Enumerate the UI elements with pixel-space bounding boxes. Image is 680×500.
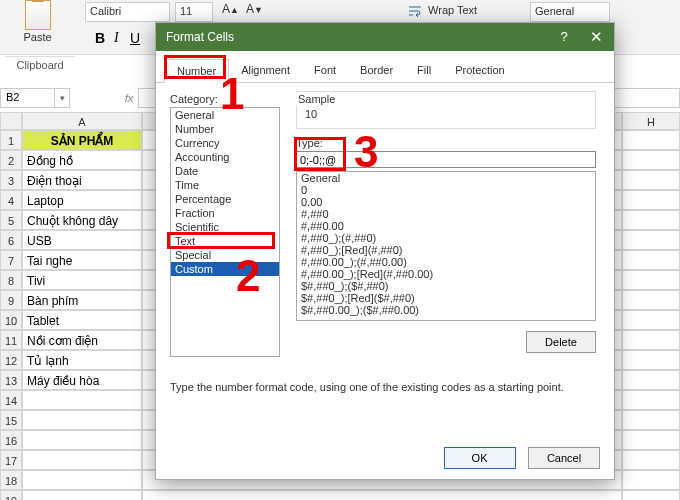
- cell[interactable]: [622, 170, 680, 190]
- category-item[interactable]: Scientific: [171, 220, 279, 234]
- category-item[interactable]: Percentage: [171, 192, 279, 206]
- row-header[interactable]: 19: [0, 490, 22, 500]
- cell[interactable]: [622, 430, 680, 450]
- category-item[interactable]: Special: [171, 248, 279, 262]
- cell[interactable]: USB: [22, 230, 142, 250]
- format-code-item[interactable]: #,##0.00: [297, 220, 595, 232]
- tab-number[interactable]: Number: [164, 59, 229, 83]
- delete-button[interactable]: Delete: [526, 331, 596, 353]
- decrease-font-icon[interactable]: A▼: [246, 2, 263, 16]
- cell[interactable]: [622, 290, 680, 310]
- format-code-item[interactable]: General: [297, 172, 595, 184]
- tab-border[interactable]: Border: [348, 59, 405, 82]
- format-code-item[interactable]: 0.00: [297, 196, 595, 208]
- cell[interactable]: [622, 470, 680, 490]
- col-header-h[interactable]: H: [622, 112, 680, 130]
- row-header[interactable]: 18: [0, 470, 22, 490]
- col-header-a[interactable]: A: [22, 112, 142, 130]
- format-code-item[interactable]: #,##0_);[Red](#,##0): [297, 244, 595, 256]
- help-icon[interactable]: ?: [550, 23, 578, 51]
- category-item[interactable]: Text: [171, 234, 279, 248]
- format-code-list[interactable]: General00.00#,##0#,##0.00#,##0_);(#,##0)…: [296, 171, 596, 321]
- category-item[interactable]: Currency: [171, 136, 279, 150]
- italic-button[interactable]: I: [114, 30, 119, 46]
- name-box-dropdown[interactable]: ▾: [55, 88, 70, 108]
- format-code-item[interactable]: #,##0: [297, 208, 595, 220]
- category-item[interactable]: General: [171, 108, 279, 122]
- select-all-corner[interactable]: [0, 112, 22, 130]
- cell[interactable]: [22, 390, 142, 410]
- dialog-titlebar[interactable]: Format Cells ? ✕: [156, 23, 614, 51]
- row-header[interactable]: 10: [0, 310, 22, 330]
- fx-icon[interactable]: fx: [120, 88, 138, 108]
- cell[interactable]: [622, 190, 680, 210]
- row-header[interactable]: 12: [0, 350, 22, 370]
- name-box[interactable]: B2: [0, 88, 55, 108]
- cell[interactable]: Điện thoại: [22, 170, 142, 190]
- category-item[interactable]: Accounting: [171, 150, 279, 164]
- cell[interactable]: [622, 150, 680, 170]
- row-header[interactable]: 14: [0, 390, 22, 410]
- cell[interactable]: SẢN PHẨM: [22, 130, 142, 150]
- row-header[interactable]: 4: [0, 190, 22, 210]
- format-code-item[interactable]: $#,##0_);($#,##0): [297, 280, 595, 292]
- tab-protection[interactable]: Protection: [443, 59, 517, 82]
- cell[interactable]: [22, 430, 142, 450]
- row-header[interactable]: 15: [0, 410, 22, 430]
- row-header[interactable]: 8: [0, 270, 22, 290]
- cell[interactable]: [622, 210, 680, 230]
- cell[interactable]: Nồi cơm điện: [22, 330, 142, 350]
- format-code-item[interactable]: #,##0.00_);[Red](#,##0.00): [297, 268, 595, 280]
- category-item[interactable]: Date: [171, 164, 279, 178]
- row-header[interactable]: 7: [0, 250, 22, 270]
- cell[interactable]: Tablet: [22, 310, 142, 330]
- cell[interactable]: [622, 370, 680, 390]
- cell[interactable]: Máy điều hòa: [22, 370, 142, 390]
- cell[interactable]: [22, 470, 142, 490]
- format-code-item[interactable]: #,##0.00_);(#,##0.00): [297, 256, 595, 268]
- row-header[interactable]: 2: [0, 150, 22, 170]
- cell[interactable]: Bàn phím: [22, 290, 142, 310]
- cell[interactable]: [142, 490, 622, 500]
- cell[interactable]: [622, 490, 680, 500]
- category-item[interactable]: Custom: [171, 262, 279, 276]
- cell[interactable]: [622, 310, 680, 330]
- format-code-item[interactable]: #,##0_);(#,##0): [297, 232, 595, 244]
- row-header[interactable]: 11: [0, 330, 22, 350]
- row-header[interactable]: 9: [0, 290, 22, 310]
- cell[interactable]: Tai nghe: [22, 250, 142, 270]
- cell[interactable]: [622, 450, 680, 470]
- cell[interactable]: [622, 130, 680, 150]
- cell[interactable]: [22, 490, 142, 500]
- cell[interactable]: [622, 330, 680, 350]
- format-code-item[interactable]: 0: [297, 184, 595, 196]
- bold-button[interactable]: B: [95, 30, 105, 46]
- wrap-text-button[interactable]: Wrap Text: [408, 4, 477, 17]
- category-list[interactable]: GeneralNumberCurrencyAccountingDateTimeP…: [170, 107, 280, 357]
- category-item[interactable]: Number: [171, 122, 279, 136]
- increase-font-icon[interactable]: A▲: [222, 2, 239, 16]
- underline-button[interactable]: U: [130, 30, 140, 46]
- format-code-item[interactable]: $#,##0.00_);($#,##0.00): [297, 304, 595, 316]
- row-header[interactable]: 6: [0, 230, 22, 250]
- cell[interactable]: Chuột không dây: [22, 210, 142, 230]
- cancel-button[interactable]: Cancel: [528, 447, 600, 469]
- tab-font[interactable]: Font: [302, 59, 348, 82]
- cell[interactable]: [22, 410, 142, 430]
- font-size-select[interactable]: 11: [175, 2, 213, 22]
- cell[interactable]: [622, 270, 680, 290]
- cell[interactable]: Tivi: [22, 270, 142, 290]
- tab-fill[interactable]: Fill: [405, 59, 443, 82]
- row-header[interactable]: 16: [0, 430, 22, 450]
- cell[interactable]: [622, 410, 680, 430]
- cell[interactable]: Tủ lạnh: [22, 350, 142, 370]
- cell[interactable]: [622, 230, 680, 250]
- cell[interactable]: Laptop: [22, 190, 142, 210]
- type-input[interactable]: [296, 151, 596, 168]
- cell[interactable]: [622, 350, 680, 370]
- font-name-select[interactable]: Calibri: [85, 2, 170, 22]
- close-icon[interactable]: ✕: [582, 23, 610, 51]
- category-item[interactable]: Time: [171, 178, 279, 192]
- format-code-item[interactable]: $#,##0_);[Red]($#,##0): [297, 292, 595, 304]
- cell[interactable]: [22, 450, 142, 470]
